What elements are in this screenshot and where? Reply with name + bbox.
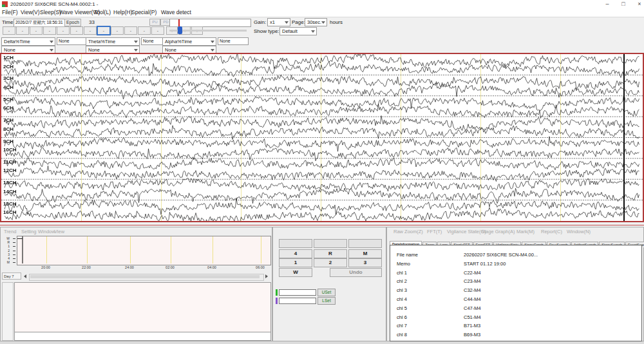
analysis-menu-report-c[interactable]: Report(C): [541, 229, 562, 234]
stage-keypad-panel: 4RM123 W Undo USet LSet: [272, 227, 386, 341]
channel-label-16ch: 16CH: [3, 209, 16, 215]
epoch-nav-button-8[interactable]: -: [97, 26, 110, 35]
menu-item-help-h[interactable]: Help(H): [113, 9, 132, 15]
filter-secondary-value: None: [165, 47, 176, 53]
channel-label-10ch: 10CH: [3, 147, 16, 153]
stage-key-1[interactable]: 1: [279, 258, 312, 267]
chevron-down-icon: [211, 41, 214, 43]
menu-item-tool-l[interactable]: Tool(L): [94, 9, 111, 15]
menu-item-wave-detect[interactable]: Wave detect: [161, 9, 191, 15]
day-scrollbar-thumb[interactable]: [30, 275, 260, 278]
menu-item-view-v[interactable]: View(V): [21, 9, 40, 15]
close-button[interactable]: ×: [634, 0, 644, 8]
day-scrollbar-track[interactable]: [29, 274, 264, 281]
maximize-button[interactable]: □: [618, 0, 629, 8]
menu-item-sleep-s[interactable]: Sleep(S): [40, 9, 61, 15]
trend-panel: TrendSettingWindowView WR1234M 20:0022:0…: [0, 227, 272, 341]
stage-key-blank-3[interactable]: [348, 239, 382, 248]
analysis-menu-window-n[interactable]: Window(N): [567, 229, 591, 234]
stage-key-r[interactable]: R: [314, 249, 347, 258]
toolbar: Time: 2026/2/7 星期六 18:56:31 Epoch 33 PU …: [0, 17, 644, 36]
chevron-down-icon: [50, 41, 53, 43]
filter-value-field-3[interactable]: None: [218, 37, 249, 45]
stage-tick: [13, 242, 15, 243]
time-cursor[interactable]: [623, 54, 625, 221]
trend-lower-plot[interactable]: [14, 282, 271, 341]
info-value-chl-7: B71-M3: [464, 323, 480, 329]
stage-key-4[interactable]: 4: [279, 249, 312, 258]
epoch-button[interactable]: Epoch: [64, 19, 81, 26]
trend-menu-view[interactable]: View: [54, 229, 64, 234]
info-value-chl-1: C22-M4: [464, 270, 481, 276]
channel-label-13ch: 13CH: [3, 180, 16, 186]
analysis-menu-raw-zoom-z[interactable]: Raw Zoom(Z): [393, 229, 423, 234]
epoch-nav-button-11[interactable]: -: [138, 26, 151, 35]
filter-primary-select-1[interactable]: Delta%Time: [1, 37, 55, 46]
chevron-down-icon: [285, 21, 289, 24]
stage-key-blank-2[interactable]: [314, 239, 347, 248]
analysis-menu-mark-m[interactable]: Mark(M): [516, 229, 535, 234]
lset-button[interactable]: LSet: [317, 297, 336, 305]
channel-label-3ch: 3CH: [3, 75, 14, 81]
info-label-file-name: File name: [397, 252, 418, 258]
info-label-memo: Memo: [397, 261, 410, 267]
time-label: Time:: [2, 19, 15, 25]
filter-bar: Delta%TimeNoneNoneTheta%TimeNoneNoneAlph…: [0, 36, 644, 53]
waveform-view[interactable]: 1CH2CH3CH4CH5CH6CH7CH8CH9CH10CH11CH12CH1…: [0, 53, 644, 222]
title-bar: 20260207 SIX6CRE SCN-M4.0002:1 - – □ ×: [0, 0, 644, 8]
epoch-nav-button-4[interactable]: -: [43, 26, 56, 35]
menu-item-file-f[interactable]: File(F): [2, 9, 18, 15]
stage-tick: [13, 251, 15, 251]
uset-color-mark: [276, 289, 278, 296]
analysis-menu-fft-t[interactable]: FFT(T): [427, 229, 442, 234]
hypnogram-plot[interactable]: [17, 236, 271, 265]
undo-button[interactable]: Undo: [330, 268, 382, 277]
scroll-right-icon[interactable]: [265, 274, 268, 278]
epoch-nav-button-9[interactable]: -: [111, 26, 124, 35]
analysis-tab-strip: DataInformationZoomLogsSingleFFTEpocFFTV…: [390, 236, 642, 245]
epoch-nav-button-12[interactable]: -: [151, 26, 164, 35]
uset-input[interactable]: [279, 289, 316, 296]
epoch-nav-button-5[interactable]: -: [57, 26, 70, 35]
epoch-nav-button-10[interactable]: -: [124, 26, 137, 35]
page-label: Page:: [292, 19, 305, 25]
minimize-button[interactable]: –: [601, 0, 613, 8]
gain-label: Gain:: [254, 19, 266, 25]
channel-label-12ch: 12CH: [3, 167, 16, 173]
page-select[interactable]: 30sec.: [305, 18, 327, 26]
epoch-nav-button-7[interactable]: -: [84, 26, 97, 35]
epoch-nav-button-1[interactable]: -: [3, 26, 15, 35]
epoch-nav-button-3[interactable]: -: [30, 26, 43, 35]
channel-label-2ch: 2CH: [3, 64, 14, 70]
trend-menu-setting[interactable]: Setting: [21, 229, 36, 234]
info-label-chl-1: chl 1: [397, 270, 407, 276]
analysis-menu-stage-graph-a[interactable]: Stage Graph(A): [481, 229, 515, 234]
analysis-menu-vigilance-state-g[interactable]: Vigilance State(G): [447, 229, 486, 234]
time-slider-thumb[interactable]: [178, 26, 182, 34]
filter-value-field-1[interactable]: None: [57, 37, 88, 45]
stage-key-w[interactable]: W: [279, 268, 312, 277]
page-up-button[interactable]: PU: [149, 19, 160, 26]
info-value-chl-3: C32-M4: [464, 287, 481, 293]
stage-key-2[interactable]: 2: [314, 258, 347, 267]
time-label-2000: 20:00: [37, 265, 54, 269]
gain-select[interactable]: x1: [267, 18, 290, 26]
stage-key-blank-1[interactable]: [279, 239, 312, 248]
lset-color-mark: [276, 298, 278, 304]
stage-key-3[interactable]: 3: [348, 258, 382, 267]
lset-input[interactable]: [279, 298, 316, 304]
stage-key-m[interactable]: M: [348, 249, 382, 258]
show-type-select[interactable]: Default: [279, 27, 317, 35]
filter-primary-select-3[interactable]: Alpha%Time: [162, 37, 216, 46]
eeg-trace-canvas[interactable]: [1, 54, 643, 221]
epoch-nav-button-6[interactable]: -: [70, 26, 83, 35]
filter-primary-select-2[interactable]: Theta%Time: [86, 37, 140, 46]
uset-button[interactable]: USet: [317, 289, 336, 296]
menu-item-special-p[interactable]: Special(P): [131, 9, 156, 15]
trend-menu-window[interactable]: Window: [38, 229, 55, 234]
epoch-nav-button-2[interactable]: -: [16, 26, 29, 35]
trend-menu-trend[interactable]: Trend: [4, 229, 16, 234]
info-label-chl-4: chl 4: [397, 296, 407, 302]
channel-label-15ch: 15CH: [3, 201, 16, 207]
scroll-left-icon[interactable]: [24, 274, 26, 278]
